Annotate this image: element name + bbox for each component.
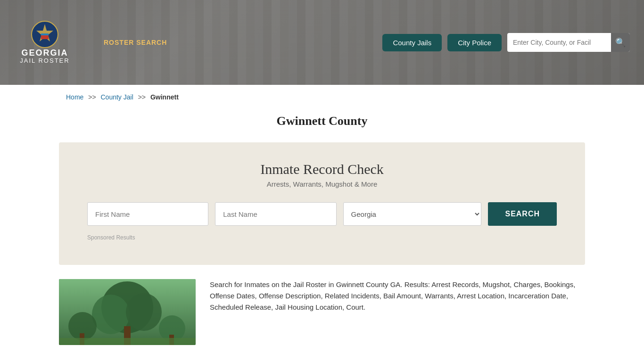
header-right: County Jails City Police 🔍 (382, 33, 630, 52)
svg-rect-14 (59, 338, 196, 345)
svg-point-8 (126, 293, 162, 331)
record-check-subtitle: Arrests, Warrants, Mugshot & More (87, 180, 557, 188)
city-police-button[interactable]: City Police (447, 34, 502, 51)
logo-area: GEORGIA JAIL ROSTER (14, 20, 75, 65)
search-icon: 🔍 (615, 37, 626, 48)
roster-search-link[interactable]: ROSTER SEARCH (104, 39, 167, 46)
sponsored-label: Sponsored Results (87, 234, 557, 241)
site-header: GEORGIA JAIL ROSTER ROSTER SEARCH County… (0, 0, 644, 85)
state-select[interactable]: AlabamaAlaskaArizonaArkansasCaliforniaCo… (343, 202, 482, 226)
county-image-svg (59, 279, 196, 345)
breadcrumb-sep-1: >> (88, 93, 96, 101)
header-search-button[interactable]: 🔍 (611, 33, 630, 52)
header-search-bar: 🔍 (507, 33, 630, 52)
record-search-row: AlabamaAlaskaArizonaArkansasCaliforniaCo… (87, 202, 557, 226)
logo-jail-text: JAIL ROSTER (20, 57, 69, 65)
breadcrumb-current: Gwinnett (150, 93, 179, 101)
logo-georgia-text: GEORGIA (21, 49, 68, 57)
breadcrumb-county-jail-link[interactable]: County Jail (101, 93, 133, 101)
georgia-seal-icon (31, 20, 59, 49)
record-check-box: Inmate Record Check Arrests, Warrants, M… (59, 142, 585, 265)
county-jails-button[interactable]: County Jails (382, 34, 442, 51)
bottom-section: Search for Inmates on the Jail Roster in… (0, 265, 644, 359)
breadcrumb: Home >> County Jail >> Gwinnett (0, 85, 644, 109)
last-name-input[interactable] (215, 202, 336, 226)
record-search-button[interactable]: SEARCH (488, 202, 557, 226)
breadcrumb-home-link[interactable]: Home (66, 93, 83, 101)
header-search-input[interactable] (507, 39, 611, 46)
svg-rect-3 (41, 33, 49, 35)
record-check-title: Inmate Record Check (87, 161, 557, 177)
page-title: Gwinnett County (0, 114, 644, 128)
first-name-input[interactable] (87, 202, 208, 226)
breadcrumb-sep-2: >> (138, 93, 146, 101)
county-image (59, 279, 196, 345)
county-description: Search for Inmates on the Jail Roster in… (210, 279, 585, 313)
